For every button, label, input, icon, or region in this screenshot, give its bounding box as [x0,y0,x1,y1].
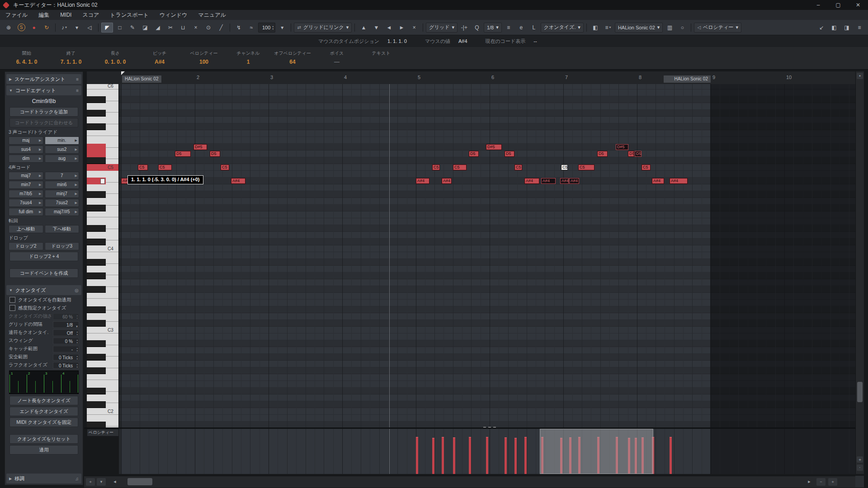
spinner-arrows[interactable]: ▴▾ [76,338,78,344]
infoline-value[interactable]: 7. 1. 1. 0 [49,59,93,65]
chevron-down-icon[interactable]: ▾ [76,323,78,330]
velocity-selection-region[interactable] [540,429,653,474]
midi-note[interactable]: D#5 [193,144,207,150]
white-key[interactable] [87,84,119,89]
chord-type-button[interactable]: 7▶ [45,172,80,180]
chord-type-button[interactable]: min7▶ [9,181,43,189]
time-warp-icon[interactable]: ↯ [233,23,245,33]
play-arrow-icon[interactable]: ▶ [75,199,77,206]
erase-tool[interactable]: ◪ [139,23,151,33]
timeline-ruler[interactable]: 2345678910HALion Sonic 02HALion Sonic 02 [119,71,855,84]
midi-note[interactable]: A#4 [524,178,539,184]
part-name-label[interactable]: HALion Sonic 02 [664,75,711,83]
spinner-arrows[interactable]: ▴▾ [76,314,78,319]
midi-note[interactable]: D5 [597,151,608,157]
keyboard-options-button[interactable]: ▾ [97,478,106,486]
black-key[interactable] [87,110,106,117]
checkbox[interactable] [9,297,15,303]
event-colors-dropdown[interactable]: ◁ベロシティー▾ [694,23,741,33]
chord-type-button[interactable]: ドロップ3 [45,242,80,250]
play-arrow-icon[interactable]: ▶ [39,146,41,153]
chord-type-button[interactable]: full dim▶ [9,208,43,216]
infoline-value[interactable]: 100 [182,59,226,65]
chord-type-button[interactable]: ドロップ2 [9,242,43,250]
quantize-panel-icon[interactable]: ≡ [503,23,514,33]
black-key[interactable] [87,205,106,211]
draw-tool[interactable]: ✎ [127,23,138,33]
menu-item[interactable]: MIDI [55,10,77,20]
zoom-out-button[interactable]: − [816,478,826,486]
black-key[interactable] [87,286,106,293]
midi-note[interactable]: A#4 [442,178,452,184]
velocity-lane-divider[interactable] [84,427,864,429]
velocity-bar[interactable] [442,437,444,474]
play-arrow-icon[interactable]: ▶ [39,199,41,206]
split-tool[interactable]: ✂ [165,23,176,33]
inspector-button[interactable]: ノート長をクオンタイズ [9,396,78,405]
black-key[interactable] [87,320,106,327]
play-arrow-icon[interactable]: ▶ [75,181,77,188]
nudge-left-icon[interactable]: ◄ [383,23,395,33]
edited-part-dropdown[interactable]: HALion Sonic 02▾ [615,23,663,33]
scroll-right-arrow[interactable]: ► [805,478,814,486]
play-arrow-icon[interactable]: ▶ [75,190,77,197]
horizontal-scrollbar[interactable]: ＋ ▾ ◄ ► − ＋ [84,476,864,488]
midi-note[interactable]: C5 [514,164,522,170]
play-arrow-icon[interactable]: ▶ [39,181,41,188]
midi-note[interactable]: D5 [635,151,642,157]
piano-keyboard[interactable]: C6C5C4C3C2 [87,84,119,429]
play-arrow-icon[interactable]: ▶ [75,172,77,179]
grid-relative-icon[interactable]: -|+ [458,23,470,33]
inspector-checkbox-row[interactable]: クオンタイズを自動適用 [9,296,78,303]
midi-note[interactable]: A#4 [541,178,556,184]
velocity-lane-label[interactable]: ベロシティー [87,429,119,436]
inspector-section-header[interactable]: ▼コードエディット≡ [6,85,81,95]
part-name-label[interactable]: HALion Sonic 02 [122,75,161,83]
black-key[interactable] [87,272,106,279]
infoline-field[interactable]: 長さ0. 1. 0. 0 [93,47,137,69]
range-selection-tool[interactable]: □ [114,23,126,33]
black-key[interactable] [87,354,106,361]
play-arrow-icon[interactable]: ▶ [39,137,41,144]
note-grid[interactable]: A#4C5C5D5D#5D5C5A#4A#4C5A#4C5D5D#5D5C5A#… [119,84,855,474]
infoline-value[interactable]: 6. 4. 1. 0 [5,59,49,65]
velocity-bar[interactable] [453,437,455,474]
line-tool[interactable]: ╱ [215,23,227,33]
highlighted-key[interactable] [87,144,106,150]
note-expression-icon[interactable]: ♪▾ [58,23,70,33]
scroll-left-arrow[interactable]: ◄ [110,478,119,486]
ruler-options-button[interactable]: ▪ [857,73,863,79]
midi-note[interactable]: C5 [158,164,172,170]
inspector-button[interactable]: ドロップ2 + 4 [9,252,78,261]
chord-type-button[interactable]: 下へ移動 [45,225,80,233]
midi-note[interactable]: D5 [175,151,191,157]
spinner-arrows[interactable]: ▴▾ [76,330,78,336]
midi-note[interactable]: D5 [505,151,514,157]
keyboard-zoom-in-button[interactable]: ＋ [86,478,95,486]
vertical-zoom-in-button[interactable]: ＋ [857,456,863,463]
setting-value[interactable]: 1/8▾ [53,321,79,328]
nudge-up-icon[interactable]: ▲ [358,23,369,33]
black-key[interactable] [87,259,106,266]
inspector-button[interactable]: エンドをクオンタイズ [9,407,78,416]
black-key[interactable] [87,306,106,313]
zoom-in-button[interactable]: ＋ [828,478,837,486]
infoline-field[interactable]: 終了7. 1. 1. 0 [49,47,93,69]
tempo-icon[interactable]: ○ [676,23,688,33]
black-key[interactable] [87,123,106,130]
mute-tool[interactable]: × [190,23,202,33]
trim-tool[interactable]: ◢ [152,23,164,33]
minimize-button[interactable]: – [808,0,828,10]
pin-icon[interactable]: ⊕ [3,23,14,33]
black-key[interactable] [87,388,106,394]
setting-value[interactable]: 0 %▴▾ [53,338,79,344]
velocity-bar[interactable] [505,437,507,474]
midi-note[interactable]: A#4 [560,178,569,184]
play-arrow-icon[interactable]: ▶ [39,155,41,162]
object-selection-tool[interactable]: ◤ [101,23,113,33]
chord-type-button[interactable]: sus4▶ [9,145,43,154]
right-zone-icon[interactable]: ◨ [841,23,853,33]
highlighted-key[interactable] [87,164,119,171]
velocity-bar[interactable] [416,437,418,474]
part-list-icon[interactable]: ≡▾ [602,23,614,33]
